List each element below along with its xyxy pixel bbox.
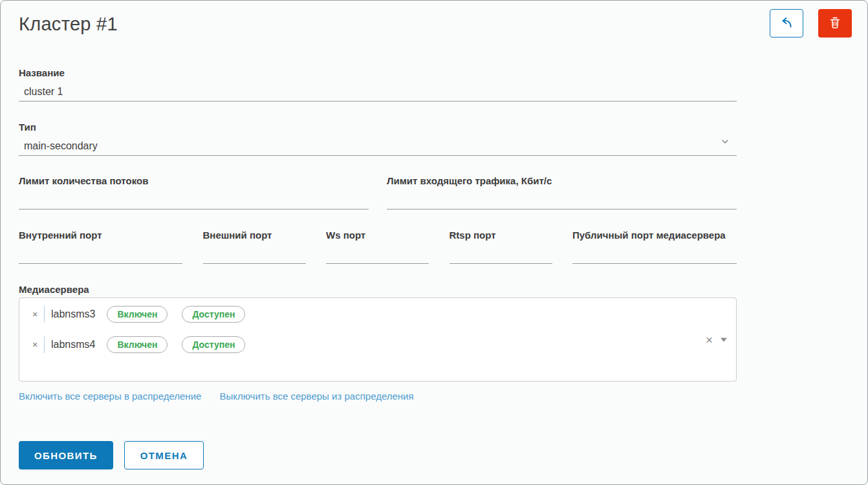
mediaservers-label: Медиасервера — [19, 284, 737, 295]
clear-all-icon[interactable]: × — [706, 334, 713, 346]
cancel-button[interactable]: ОТМЕНА — [124, 441, 204, 469]
public-port-input[interactable] — [572, 241, 737, 264]
name-field: Название — [19, 67, 737, 102]
traffic-limit-label: Лимит входящего трафика, Кбит/с — [387, 175, 737, 186]
limits-row: Лимит количества потоков Лимит входящего… — [19, 175, 737, 210]
trash-icon — [827, 15, 843, 32]
chip-divider — [44, 306, 45, 323]
back-button[interactable] — [770, 9, 803, 38]
stream-limit-field: Лимит количества потоков — [19, 175, 369, 210]
delete-button[interactable] — [818, 9, 852, 38]
public-port-field: Публичный порт медиасервера — [572, 230, 737, 264]
ws-port-label: Ws порт — [326, 230, 429, 241]
chip-remove-icon[interactable]: × — [30, 306, 40, 323]
cluster-form: Название Тип Лимит количества потоков Ли… — [1, 67, 737, 469]
undo-arrow-icon — [778, 14, 795, 33]
links-row: Включить все серверы в распределение Вык… — [19, 391, 737, 402]
stream-limit-input[interactable] — [19, 186, 369, 210]
public-port-label: Публичный порт медиасервера — [572, 230, 737, 241]
disable-all-link[interactable]: Выключить все серверы из распределения — [219, 391, 413, 402]
page-title: Кластер #1 — [19, 14, 118, 35]
form-actions: ОБНОВИТЬ ОТМЕНА — [19, 441, 737, 469]
status-badge-enabled: Включен — [107, 306, 168, 323]
external-port-label: Внешний порт — [203, 230, 306, 241]
chip-divider — [44, 336, 45, 353]
internal-port-label: Внутренний порт — [19, 230, 182, 241]
rtsp-port-input[interactable] — [450, 241, 552, 264]
rtsp-port-field: Rtsp порт — [450, 230, 552, 264]
mediaserver-name: labnsms4 — [51, 339, 95, 350]
status-badge-enabled: Включен — [107, 336, 168, 353]
enable-all-link[interactable]: Включить все серверы в распределение — [19, 391, 201, 402]
mediaserver-chip: × labnsms3 Включен Доступен — [30, 306, 726, 323]
status-badge-available: Доступен — [182, 306, 245, 323]
mediaserver-name: labnsms3 — [51, 308, 95, 320]
update-button[interactable]: ОБНОВИТЬ — [19, 441, 113, 469]
page-header: Кластер #1 — [1, 1, 867, 38]
traffic-limit-field: Лимит входящего трафика, Кбит/с — [387, 175, 737, 210]
external-port-input[interactable] — [203, 241, 306, 264]
header-actions — [770, 9, 852, 38]
type-label: Тип — [19, 122, 737, 133]
mediaserver-chip: × labnsms4 Включен Доступен — [30, 336, 726, 353]
chip-remove-icon[interactable]: × — [30, 336, 40, 353]
ports-row: Внутренний порт Внешний порт Ws порт Rts… — [19, 230, 737, 264]
dropdown-caret-icon[interactable] — [721, 338, 727, 341]
status-badge-available: Доступен — [182, 336, 245, 353]
type-select[interactable] — [19, 133, 737, 156]
rtsp-port-label: Rtsp порт — [450, 230, 552, 241]
stream-limit-label: Лимит количества потоков — [19, 175, 369, 186]
type-field: Тип — [19, 122, 737, 156]
cluster-edit-page: Кластер #1 — [0, 0, 868, 485]
internal-port-input[interactable] — [19, 241, 182, 264]
name-input[interactable] — [19, 78, 737, 102]
mediaservers-select[interactable]: × labnsms3 Включен Доступен × labnsms4 В… — [19, 297, 737, 382]
ws-port-input[interactable] — [326, 241, 429, 264]
ws-port-field: Ws порт — [326, 230, 429, 264]
internal-port-field: Внутренний порт — [19, 230, 182, 264]
external-port-field: Внешний порт — [203, 230, 306, 264]
traffic-limit-input[interactable] — [387, 186, 737, 210]
mediaservers-field: Медиасервера × labnsms3 Включен Доступен… — [19, 284, 737, 402]
select-controls: × — [706, 334, 727, 346]
name-label: Название — [19, 67, 737, 78]
